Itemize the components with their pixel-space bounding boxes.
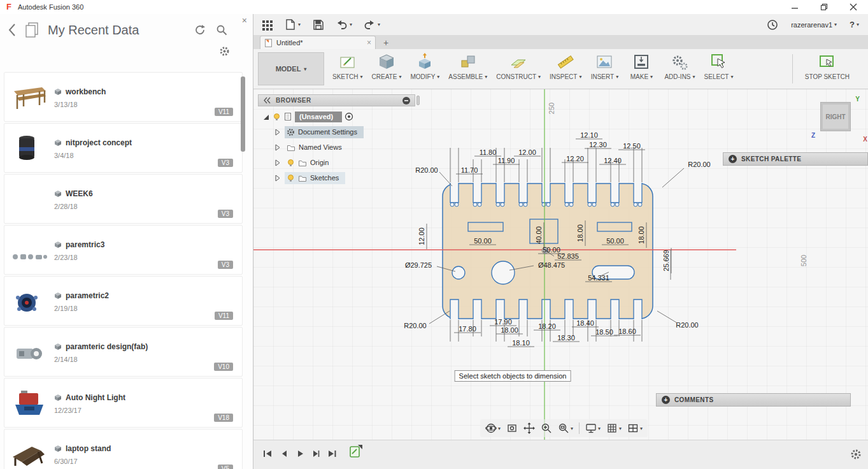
browser-node-origin[interactable]: Origin: [258, 155, 415, 170]
expand-plus-icon[interactable]: +: [662, 396, 670, 404]
timeline-settings-gear-icon[interactable]: [850, 449, 862, 460]
grid-settings-button[interactable]: ▾: [606, 422, 622, 434]
document-tab[interactable]: Untitled* ×: [260, 36, 376, 49]
fusion-logo-icon: F: [4, 3, 13, 11]
chevron-down-icon: ▾: [579, 74, 581, 80]
back-button[interactable]: [8, 23, 16, 37]
orbit-button[interactable]: ▾: [485, 422, 501, 434]
job-status-clock-icon[interactable]: [767, 19, 778, 31]
list-item[interactable]: paremtric3 2/23/18 V3: [4, 225, 243, 275]
expander-closed-icon[interactable]: [273, 159, 281, 167]
ribbon-tab-construct[interactable]: CONSTRUCT▾: [492, 49, 545, 89]
scrollbar[interactable]: [241, 76, 245, 152]
chevron-down-icon: ▾: [640, 426, 643, 431]
x-axis-label: X: [863, 136, 867, 143]
version-badge: V11: [215, 312, 233, 320]
document-tab-bar: Untitled* × +: [253, 35, 868, 49]
tab-close-icon[interactable]: ×: [367, 38, 371, 47]
list-item[interactable]: workbench 3/13/18 V11: [4, 72, 243, 122]
look-at-button[interactable]: [506, 422, 518, 434]
go-to-beginning-button[interactable]: [262, 449, 273, 459]
comments-panel[interactable]: + COMMENTS: [656, 393, 851, 407]
list-item[interactable]: paramteric design(fab) 2/14/18 V10: [4, 327, 243, 377]
help-icon: ?: [850, 20, 855, 29]
ribbon-tab-label: CONSTRUCT: [496, 73, 536, 80]
expand-plus-icon[interactable]: +: [729, 155, 737, 163]
save-button[interactable]: [312, 18, 324, 31]
ribbon-tab-create[interactable]: CREATE▾: [367, 49, 406, 89]
go-to-end-button[interactable]: [327, 449, 338, 459]
viewport-canvas[interactable]: 12.1012.3012.5011.8012.0012.2011.9012.40…: [253, 89, 868, 440]
add-ins-gears-icon: [670, 52, 689, 71]
expander-closed-icon[interactable]: [273, 143, 281, 152]
ribbon-tab-sketch[interactable]: SKETCH▾: [328, 49, 367, 89]
browser-node-sketches[interactable]: Sketches: [258, 170, 415, 185]
expander-open-icon[interactable]: [262, 113, 270, 121]
ribbon-tab-insert[interactable]: INSERT▾: [586, 49, 623, 89]
file-menu-button[interactable]: ▾: [284, 18, 301, 31]
component-cube-icon: [54, 343, 62, 350]
browser-node-named-views[interactable]: Named Views: [258, 140, 415, 155]
ribbon-tab-assemble[interactable]: ASSEMBLE▾: [444, 49, 492, 89]
list-item[interactable]: Auto Night Light 12/23/17 V18: [4, 378, 243, 428]
folder-icon: [298, 159, 307, 167]
apps-grid-icon[interactable]: [261, 19, 273, 31]
pan-button[interactable]: [523, 422, 535, 434]
list-item[interactable]: nitproject concept 3/4/18 V3: [4, 123, 243, 173]
play-button[interactable]: [295, 449, 305, 459]
restore-button[interactable]: [809, 0, 839, 14]
redo-button[interactable]: ▾: [364, 18, 380, 31]
list-item[interactable]: WEEK6 2/28/18 V3: [4, 174, 243, 224]
ribbon-tab-add-ins[interactable]: ADD-INS▾: [660, 49, 699, 89]
zoom-window-button[interactable]: ▾: [558, 422, 573, 434]
visibility-bulb-icon[interactable]: [287, 159, 295, 167]
expander-closed-icon[interactable]: [273, 128, 281, 136]
viewports-button[interactable]: ▾: [627, 422, 643, 434]
list-item[interactable]: parametric2 2/19/18 V11: [4, 276, 243, 326]
new-tab-button[interactable]: +: [383, 38, 388, 49]
ribbon-tab-modify[interactable]: MODIFY▾: [406, 49, 444, 89]
data-panel-close-icon[interactable]: ×: [242, 15, 247, 25]
item-date: 2/14/18: [54, 356, 148, 363]
ribbon-tab-inspect[interactable]: INSPECT▾: [545, 49, 586, 89]
visibility-bulb-icon[interactable]: [273, 113, 281, 121]
minimize-button[interactable]: [780, 0, 809, 14]
expander-closed-icon[interactable]: [273, 174, 281, 182]
workspace-selector[interactable]: MODEL▾: [258, 52, 324, 85]
ribbon-tab-select[interactable]: SELECT▾: [700, 49, 738, 89]
stop-sketch-icon: [818, 52, 837, 71]
node-label: Named Views: [299, 143, 342, 151]
timeline-sketch-marker[interactable]: [349, 444, 363, 459]
ribbon-tab-label: CREATE: [372, 73, 397, 80]
close-button[interactable]: [839, 0, 868, 14]
browser-node-document-settings[interactable]: Document Settings: [258, 124, 415, 140]
browser-root-node[interactable]: (Unsaved): [258, 109, 415, 124]
viewcube[interactable]: RIGHT Y Z X: [809, 96, 867, 144]
list-item[interactable]: laptop stand 6/30/17 V5: [4, 429, 243, 469]
create-icon: [377, 52, 396, 71]
viewcube-face[interactable]: RIGHT: [820, 102, 851, 131]
browser-resize-grip[interactable]: [416, 96, 420, 105]
visibility-bulb-icon[interactable]: [287, 174, 295, 182]
radio-target-icon[interactable]: [345, 112, 353, 121]
display-settings-button[interactable]: ▾: [585, 422, 601, 434]
chevron-down-icon: ▾: [437, 74, 439, 80]
titlebar: F Autodesk Fusion 360: [0, 0, 868, 14]
search-icon[interactable]: [216, 24, 227, 36]
version-badge: V10: [214, 363, 233, 371]
sketch-palette-panel[interactable]: + SKETCH PALETTE: [723, 152, 868, 166]
collapse-double-chevron-icon[interactable]: [262, 96, 271, 105]
help-menu[interactable]: ?▾: [850, 20, 859, 29]
undo-button[interactable]: ▾: [336, 18, 352, 31]
browser-header[interactable]: BROWSER: [258, 94, 415, 106]
user-account-menu[interactable]: razerarenav1▾: [791, 21, 837, 29]
browser-minimize-icon[interactable]: [402, 96, 411, 105]
stop-sketch-button[interactable]: STOP SKETCH: [800, 49, 854, 89]
chevron-down-icon: ▾: [485, 74, 487, 80]
step-back-button[interactable]: [279, 449, 289, 459]
step-forward-button[interactable]: [311, 449, 321, 459]
refresh-icon[interactable]: [194, 24, 206, 36]
ribbon-tab-make[interactable]: MAKE▾: [623, 49, 660, 89]
zoom-button[interactable]: [541, 422, 552, 434]
data-panel-settings-gear-icon[interactable]: [219, 46, 230, 57]
